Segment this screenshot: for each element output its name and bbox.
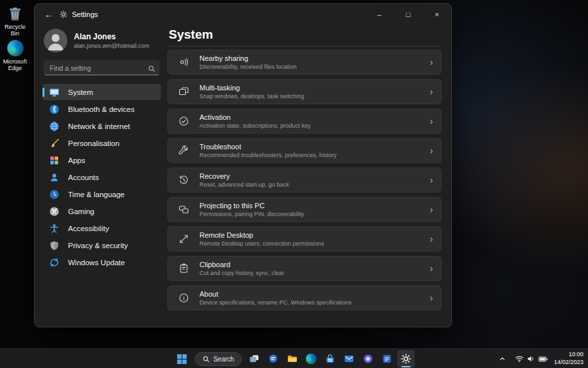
sidebar-item-time-language[interactable]: Time & language <box>43 186 161 202</box>
start-icon <box>177 354 187 364</box>
system-monitor-icon <box>49 87 60 98</box>
sidebar-item-system[interactable]: System <box>43 84 161 100</box>
desktop-icon-microsoft-edge[interactable]: Microsoft Edge <box>0 39 30 72</box>
file-explorer-button[interactable] <box>284 350 301 367</box>
page-title: System <box>169 28 441 42</box>
multitasking-icon <box>179 86 189 97</box>
user-account-block[interactable]: Alan Jones alan.jones.wm@hotmail.com <box>43 28 161 60</box>
chevron-right-icon: › <box>430 175 433 185</box>
info-icon <box>179 293 189 303</box>
start-button[interactable] <box>173 350 190 367</box>
volume-icon <box>527 354 536 363</box>
photos-button[interactable] <box>360 350 377 367</box>
titlebar[interactable]: ← Settings – □ × <box>35 4 451 25</box>
update-arrows-icon <box>49 257 60 268</box>
settings-sidebar: Alan Jones alan.jones.wm@hotmail.com Sys… <box>35 25 167 327</box>
card-nearby-sharing[interactable]: Nearby sharingDiscoverability, received … <box>167 50 441 75</box>
sidebar-item-apps[interactable]: Apps <box>43 152 161 168</box>
window-title: Settings <box>72 10 98 18</box>
chevron-right-icon: › <box>430 264 433 273</box>
maximize-button[interactable]: □ <box>394 4 423 25</box>
back-button[interactable]: ← <box>37 5 60 24</box>
taskbar: Search <box>0 348 588 368</box>
find-setting-searchbox <box>44 60 160 75</box>
minimize-button[interactable]: – <box>365 4 394 25</box>
sidebar-item-personalisation[interactable]: Personalisation <box>43 135 161 151</box>
desktop-icon-label: Recycle Bin <box>0 24 30 37</box>
sidebar-item-bluetooth-devices[interactable]: Bluetooth & devices <box>43 101 161 117</box>
card-recovery[interactable]: RecoveryReset, advanced start-up, go bac… <box>167 168 441 193</box>
shield-icon <box>49 240 60 251</box>
desktop: Recycle Bin Microsoft Edge ← Settings – … <box>0 0 588 368</box>
clock-icon <box>49 189 60 200</box>
sidebar-item-accounts[interactable]: Accounts <box>43 169 161 185</box>
xbox-icon <box>49 206 60 217</box>
nearby-sharing-icon <box>179 57 189 67</box>
edge-button[interactable] <box>303 350 320 367</box>
content-divider <box>167 46 441 46</box>
store-button[interactable] <box>322 350 339 367</box>
taskbar-search[interactable]: Search <box>194 352 242 366</box>
sidebar-item-windows-update[interactable]: Windows Update <box>43 254 161 270</box>
chevron-right-icon: › <box>430 146 433 155</box>
activation-check-icon <box>179 116 189 126</box>
card-activation[interactable]: ActivationActivation state, subscription… <box>167 109 441 134</box>
system-tray: 10:00 14/02/2023 <box>496 349 583 368</box>
chevron-right-icon: › <box>430 293 433 303</box>
chevron-right-icon: › <box>430 205 433 214</box>
card-multi-tasking[interactable]: Multi-taskingSnap windows, desktops, tas… <box>167 79 441 104</box>
sidebar-item-network-internet[interactable]: Network & internet <box>43 118 161 134</box>
settings-app-button[interactable] <box>398 350 415 367</box>
card-about[interactable]: AboutDevice specifications, rename PC, W… <box>167 285 441 310</box>
settings-content: System Nearby sharingDiscoverability, re… <box>167 25 451 327</box>
card-remote-desktop[interactable]: Remote DesktopRemote Desktop users, conn… <box>167 227 441 251</box>
store-icon <box>325 354 336 364</box>
chat-button[interactable] <box>265 350 282 367</box>
quick-settings-button[interactable] <box>515 354 548 364</box>
docs-icon <box>382 354 392 364</box>
desktop-icon-recycle-bin[interactable]: Recycle Bin <box>0 5 30 37</box>
search-icon <box>202 356 209 363</box>
bluetooth-icon <box>49 104 60 115</box>
user-name: Alan Jones <box>74 32 149 41</box>
sidebar-nav: System Bluetooth & devices Network & int… <box>43 84 161 270</box>
card-clipboard[interactable]: ClipboardCut and copy history, sync, cle… <box>167 256 441 281</box>
card-projecting-to-this-pc[interactable]: Projecting to this PCPermissions, pairin… <box>167 197 441 222</box>
user-email: alan.jones.wm@hotmail.com <box>74 43 149 49</box>
task-view-button[interactable] <box>246 350 263 367</box>
apps-grid-icon <box>49 155 60 166</box>
clock-time: 10:00 <box>554 351 583 359</box>
chevron-right-icon: › <box>430 87 433 96</box>
sidebar-item-privacy-security[interactable]: Privacy & security <box>43 237 161 253</box>
chevron-right-icon: › <box>430 58 433 67</box>
docs-button[interactable] <box>379 350 396 367</box>
edge-icon <box>7 39 24 57</box>
edge-icon <box>306 354 317 364</box>
find-setting-input[interactable] <box>44 60 160 75</box>
recycle-bin-icon <box>7 5 24 22</box>
chevron-right-icon: › <box>430 234 433 244</box>
tray-overflow-button[interactable] <box>496 350 509 367</box>
photos-icon <box>363 354 373 364</box>
clock-date: 14/02/2023 <box>554 359 583 367</box>
globe-icon <box>49 121 60 132</box>
person-icon <box>49 172 60 183</box>
taskbar-clock[interactable]: 10:00 14/02/2023 <box>554 351 583 366</box>
projecting-icon <box>179 204 189 215</box>
settings-window: ← Settings – □ × Al <box>34 3 452 327</box>
recovery-arrow-icon <box>179 175 189 185</box>
close-button[interactable]: × <box>423 4 451 25</box>
sidebar-item-accessibility[interactable]: Accessibility <box>43 220 161 236</box>
card-troubleshoot[interactable]: TroubleshootRecommended troubleshooters,… <box>167 138 441 163</box>
sidebar-item-gaming[interactable]: Gaming <box>43 203 161 219</box>
mail-button[interactable] <box>341 350 358 367</box>
search-icon <box>148 64 156 75</box>
troubleshoot-wrench-icon <box>179 145 189 156</box>
desktop-icon-label: Microsoft Edge <box>0 58 30 72</box>
wifi-icon <box>515 354 524 363</box>
task-view-icon <box>249 354 260 364</box>
settings-gear-icon <box>401 354 411 364</box>
chat-icon <box>268 354 279 364</box>
mail-icon <box>344 354 355 364</box>
battery-icon <box>538 354 548 364</box>
